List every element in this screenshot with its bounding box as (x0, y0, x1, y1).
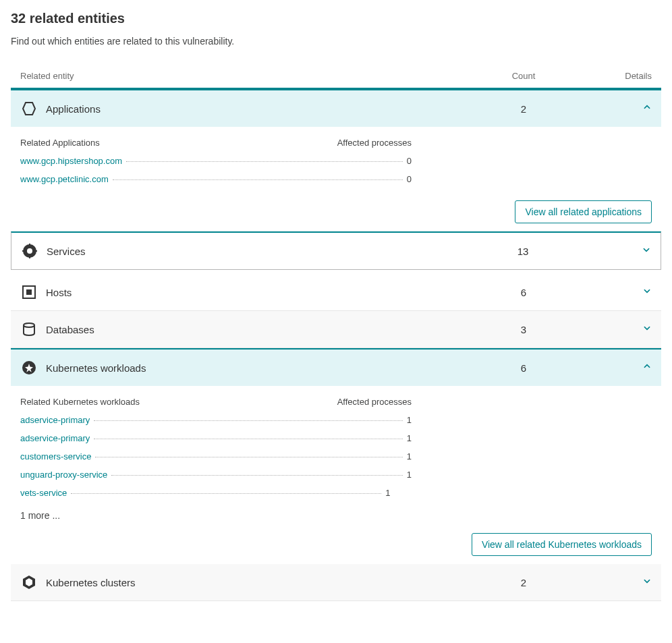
view-all-applications-button[interactable]: View all related applications (515, 200, 652, 223)
list-item[interactable]: customers-service (20, 451, 91, 462)
list-item-value: 1 (407, 433, 412, 443)
databases-icon (20, 320, 38, 338)
list-item-value: 1 (385, 488, 390, 498)
dots-divider (113, 179, 403, 180)
group-label: Databases (46, 324, 476, 335)
group-label: Services (47, 246, 476, 257)
list-item[interactable]: www.gcp.petclinic.com (20, 174, 109, 184)
list-item[interactable]: adservice-primary (20, 415, 90, 425)
group-row-applications[interactable]: Applications 2 (11, 89, 661, 127)
page-title: 32 related entities (11, 11, 661, 26)
table-header: Related entity Count Details (11, 65, 661, 89)
group-row-kubernetes-clusters[interactable]: Kubernetes clusters 2 (11, 564, 661, 601)
svg-rect-6 (22, 250, 25, 252)
detail-header-right: Affected processes (324, 397, 412, 407)
group-row-databases[interactable]: Databases 3 (11, 311, 661, 348)
chevron-down-icon (570, 245, 651, 257)
list-item[interactable]: unguard-proxy-service (20, 470, 107, 480)
services-icon (21, 242, 38, 260)
kubernetes-workloads-icon (20, 359, 38, 376)
chevron-up-icon (571, 103, 652, 115)
col-header-entity: Related entity (20, 71, 476, 81)
group-label: Kubernetes workloads (46, 362, 476, 374)
group-applications: Applications 2 Related Applications Affe… (11, 89, 661, 231)
chevron-down-icon (571, 576, 652, 588)
dots-divider (71, 493, 381, 494)
page-subtitle: Find out which entities are related to t… (11, 36, 661, 47)
group-label: Applications (46, 103, 476, 115)
detail-header-left: Related Kubernetes workloads (20, 397, 324, 407)
group-label: Hosts (46, 287, 476, 298)
group-count: 13 (476, 246, 570, 257)
group-count: 3 (476, 324, 571, 335)
group-count: 2 (476, 577, 571, 588)
dots-divider (111, 475, 402, 476)
more-text[interactable]: 1 more ... (20, 502, 652, 521)
kubernetes-workloads-details: Related Kubernetes workloads Affected pr… (11, 386, 661, 521)
chevron-down-icon (571, 286, 652, 298)
hosts-icon (20, 283, 38, 301)
group-row-hosts[interactable]: Hosts 6 (11, 274, 661, 311)
group-row-services[interactable]: Services 13 (11, 231, 661, 270)
applications-icon (20, 100, 38, 117)
col-header-details: Details (571, 71, 652, 81)
kubernetes-clusters-icon (20, 574, 38, 591)
group-count: 6 (476, 362, 571, 374)
list-item-value: 0 (407, 174, 412, 184)
svg-rect-5 (34, 250, 37, 252)
svg-rect-8 (26, 289, 32, 295)
svg-point-9 (24, 323, 34, 327)
chevron-up-icon (571, 362, 652, 374)
list-item[interactable]: vets-service (20, 488, 67, 498)
dots-divider (94, 439, 402, 439)
group-row-kubernetes-workloads[interactable]: Kubernetes workloads 6 (11, 348, 661, 386)
dots-divider (94, 420, 402, 421)
group-count: 2 (476, 103, 571, 115)
list-item[interactable]: www.gcp.hipstershop.com (20, 156, 122, 166)
svg-point-2 (27, 248, 32, 254)
list-item-value: 1 (407, 470, 412, 480)
applications-details: Related Applications Affected processes … (11, 127, 661, 188)
group-count: 6 (476, 287, 571, 298)
group-kubernetes-workloads: Kubernetes workloads 6 Related Kubernete… (11, 348, 661, 564)
list-item-value: 1 (407, 451, 412, 462)
dots-divider (95, 457, 402, 457)
chevron-down-icon (571, 323, 652, 335)
view-all-kubernetes-workloads-button[interactable]: View all related Kubernetes workloads (472, 533, 652, 556)
group-label: Kubernetes clusters (46, 577, 476, 588)
detail-header-right: Affected processes (324, 138, 412, 148)
dots-divider (126, 161, 403, 162)
svg-rect-4 (29, 256, 30, 258)
detail-header-left: Related Applications (20, 138, 324, 148)
svg-rect-3 (29, 244, 30, 246)
list-item-value: 0 (407, 156, 412, 166)
col-header-count: Count (476, 71, 571, 81)
svg-marker-0 (23, 103, 35, 115)
list-item[interactable]: adservice-primary (20, 433, 90, 443)
list-item-value: 1 (407, 415, 412, 425)
